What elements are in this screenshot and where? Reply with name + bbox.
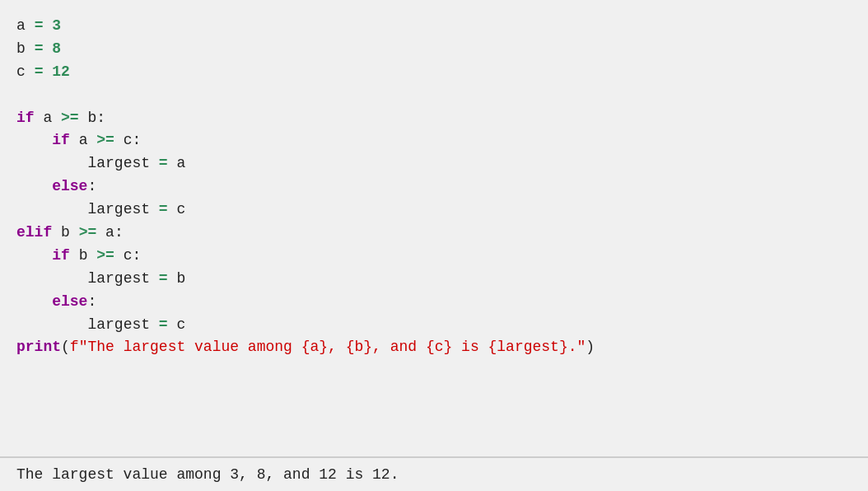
code-line-5: if a >= b: <box>16 107 852 130</box>
code-line-1: a = 3 <box>16 15 852 38</box>
code-line-2: b = 8 <box>16 38 852 61</box>
output-text: The largest value among 3, 8, and 12 is … <box>16 466 399 483</box>
code-line-15: print(f"The largest value among {a}, {b}… <box>16 336 852 359</box>
code-block: a = 3 b = 8 c = 12 if a >= b: if a >= c:… <box>0 0 868 458</box>
code-line-12: largest = b <box>16 268 852 291</box>
code-line-3: c = 12 <box>16 61 852 84</box>
code-line-9: largest = c <box>16 199 852 222</box>
code-line-8: else: <box>16 175 852 199</box>
output-block: The largest value among 3, 8, and 12 is … <box>0 458 868 491</box>
code-line-13: else: <box>16 291 852 314</box>
code-line-7: largest = a <box>16 152 852 175</box>
code-line-11: if b >= c: <box>16 245 852 268</box>
code-line-10: elif b >= a: <box>16 222 852 245</box>
code-line-14: largest = c <box>16 314 852 337</box>
code-line-blank <box>16 84 852 107</box>
code-line-6: if a >= c: <box>16 129 852 152</box>
